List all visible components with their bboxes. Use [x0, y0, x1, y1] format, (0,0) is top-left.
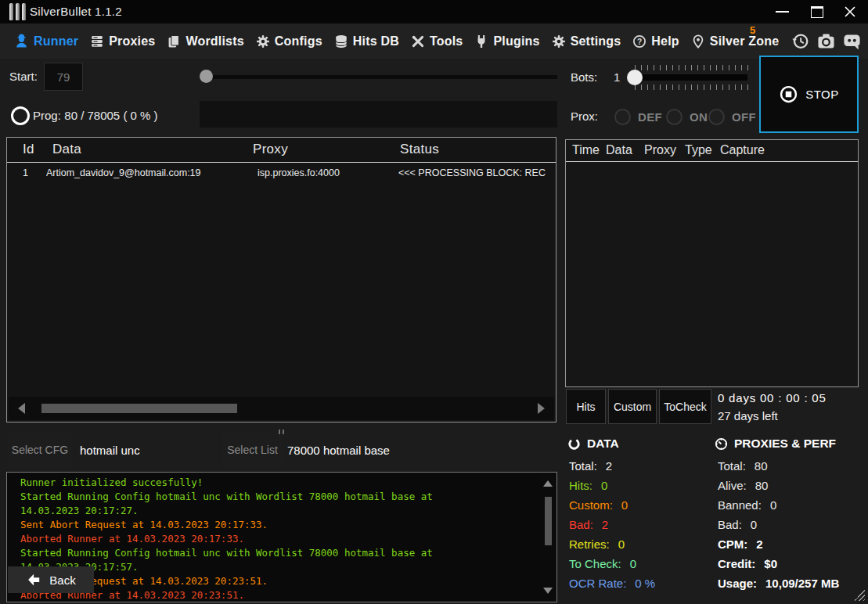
tools-icon: [411, 34, 425, 49]
horizontal-scrollbar[interactable]: [9, 397, 554, 420]
start-slider[interactable]: [200, 69, 557, 84]
close-icon: [844, 5, 856, 18]
menu-item-wordlists[interactable]: Wordlists: [167, 34, 243, 49]
scroll-down-arrow-icon[interactable]: [543, 588, 553, 594]
hits-header-divider: [566, 161, 858, 162]
col-header-data: Data: [52, 142, 81, 157]
stat-label: Total:: [569, 459, 597, 473]
menu-label-wordlists: Wordlists: [185, 34, 243, 49]
bots-value: 1: [614, 70, 620, 84]
prox-radio-on[interactable]: ON: [666, 109, 708, 125]
log-scrollbar[interactable]: [541, 473, 556, 601]
menu-item-hits-db[interactable]: Hits DB: [334, 34, 399, 49]
tab-custom-label: Custom: [614, 401, 651, 413]
log-scroll-thumb[interactable]: [545, 497, 552, 545]
menu-label-silver-zone: Silver Zone: [710, 34, 779, 49]
menu-item-settings[interactable]: Settings: [552, 34, 621, 49]
bots-slider[interactable]: [625, 63, 751, 92]
minimize-button[interactable]: [771, 4, 793, 20]
progress-text: Prog: 80 / 78005 ( 0 % ): [33, 109, 158, 123]
stat-proxy-bad: Bad:0: [718, 518, 757, 531]
start-slider-thumb[interactable]: [200, 70, 213, 83]
bots-slider-track: [636, 74, 747, 81]
row-status: <<< PROCESSING BLOCK: REC: [398, 167, 554, 178]
radio-def-label: DEF: [638, 110, 662, 124]
history-button[interactable]: [791, 32, 809, 51]
menu-item-proxies[interactable]: Proxies: [90, 34, 155, 49]
stat-value: $0: [764, 557, 777, 570]
discord-icon: [843, 32, 861, 50]
select-list-button[interactable]: Select List: [222, 432, 283, 468]
menu-item-help[interactable]: ? Help: [632, 34, 679, 49]
radio-on-icon[interactable]: [666, 109, 683, 125]
select-cfg-button[interactable]: Select CFG: [8, 432, 72, 468]
back-button[interactable]: Back: [8, 566, 94, 593]
camera-icon: [817, 32, 835, 50]
tab-custom[interactable]: Custom: [608, 389, 657, 424]
tab-tocheck[interactable]: ToCheck: [659, 389, 711, 424]
start-label: Start:: [9, 70, 38, 83]
selected-wordlist-value: 78000 hotmail base: [287, 444, 390, 457]
col-header-proxy: Proxy: [253, 142, 288, 157]
col-header-status: Status: [400, 142, 439, 157]
configs-gear-icon: [256, 34, 270, 49]
stat-label: CPM:: [718, 537, 747, 551]
log-line: Aborted Runner at 14.03.2023 20:17:33.: [7, 532, 539, 546]
hits-col-capture: Capture: [720, 143, 765, 157]
silver-zone-pin-icon: [691, 34, 705, 49]
back-arrow-icon: [26, 572, 42, 588]
help-icon: ?: [632, 34, 646, 49]
radio-def-icon[interactable]: [614, 109, 631, 125]
menu-label-plugins: Plugins: [493, 34, 539, 49]
close-button[interactable]: [839, 4, 861, 20]
screenshot-button[interactable]: [816, 32, 835, 51]
bots-slider-thumb[interactable]: [627, 70, 643, 85]
stat-value: 80: [755, 479, 769, 492]
hits-db-database-icon: [334, 34, 348, 49]
menu-item-silver-zone[interactable]: Silver Zone 5: [691, 34, 779, 49]
stat-label: OCR Rate:: [569, 577, 626, 590]
hits-col-type: Type: [685, 143, 712, 157]
prox-radio-off[interactable]: OFF: [708, 109, 756, 125]
window-title: SilverBullet 1.1.2: [30, 5, 122, 18]
maximize-button[interactable]: [806, 4, 828, 20]
prox-radio-def[interactable]: DEF: [614, 109, 662, 125]
log-line: Started Running Config hotmail unc with …: [7, 490, 539, 504]
stat-value: 0: [751, 518, 757, 531]
log-line: 14.03.2023 20:17:27.: [7, 504, 539, 518]
row-proxy: isp.proxies.fo:4000: [258, 167, 391, 178]
splitter-grip[interactable]: [279, 430, 284, 434]
menu-item-runner[interactable]: Runner: [14, 34, 78, 49]
app-logo-bullets-icon: [9, 3, 26, 20]
select-cfg-label: Select CFG: [12, 444, 68, 456]
horizontal-scroll-thumb[interactable]: [41, 404, 237, 413]
stat-data-bad: Bad:2: [569, 518, 608, 531]
stat-label: Bad:: [718, 518, 742, 531]
radio-off-icon[interactable]: [708, 109, 725, 125]
plugins-plug-icon: [474, 34, 488, 49]
start-slider-track: [200, 75, 557, 79]
selected-config-value: hotmail unc: [80, 444, 140, 457]
window-resize-grip[interactable]: [854, 590, 865, 601]
menu-label-configs: Configs: [275, 34, 322, 49]
stat-value: 10,09/257 MB: [765, 577, 839, 590]
stat-data-hits: Hits:0: [569, 479, 607, 492]
stop-button[interactable]: STOP: [759, 56, 859, 133]
menu-item-plugins[interactable]: Plugins: [474, 34, 539, 49]
stat-label: Usage:: [718, 577, 757, 590]
scroll-up-arrow-icon[interactable]: [543, 480, 553, 487]
stat-proxy-banned: Banned:0: [718, 498, 776, 512]
discord-button[interactable]: [842, 32, 861, 51]
stat-data-total: Total:2: [569, 459, 612, 473]
scroll-left-arrow-icon[interactable]: [18, 403, 25, 414]
title-bar: SilverBullet 1.1.2: [0, 0, 868, 23]
menu-item-configs[interactable]: Configs: [256, 34, 322, 49]
menu-item-tools[interactable]: Tools: [411, 34, 463, 49]
start-input[interactable]: [44, 63, 83, 91]
silverbullet-window: SilverBullet 1.1.2 Runner Proxies Wordli…: [0, 0, 868, 604]
col-header-id: Id: [23, 142, 34, 157]
tab-hits[interactable]: Hits: [566, 389, 606, 424]
select-list-label: Select List: [227, 444, 278, 456]
scroll-right-arrow-icon[interactable]: [538, 403, 545, 414]
radio-on-label: ON: [690, 110, 708, 124]
